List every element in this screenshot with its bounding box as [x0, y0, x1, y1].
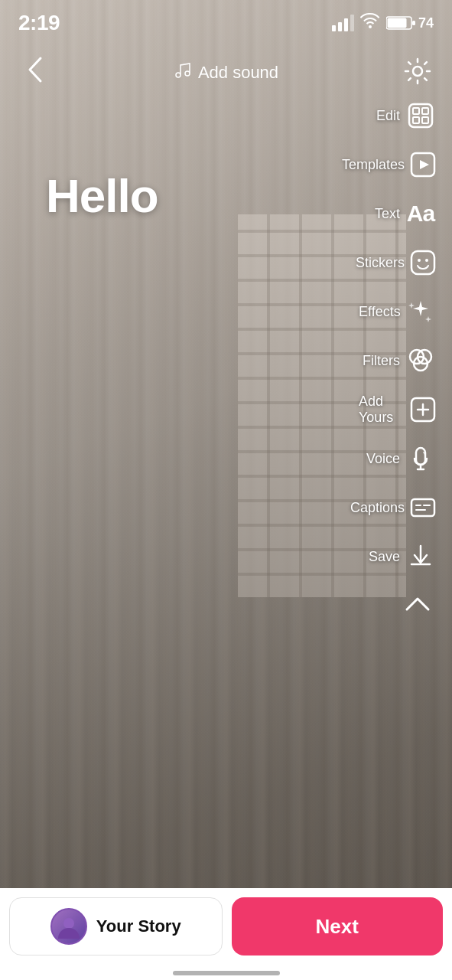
- settings-button[interactable]: [398, 54, 437, 92]
- music-note-icon: [174, 61, 192, 84]
- wifi-icon: [360, 13, 380, 33]
- text-icon: Aa: [405, 198, 437, 230]
- toolbar-item-save[interactable]: Save: [353, 533, 443, 580]
- status-icons: 74: [332, 13, 434, 33]
- svg-rect-5: [413, 108, 419, 114]
- svg-rect-2: [412, 21, 415, 25]
- battery-icon: 74: [386, 15, 434, 31]
- edit-label: Edit: [376, 108, 400, 124]
- toolbar-item-templates[interactable]: Templates: [353, 141, 443, 188]
- addyours-label: Add Yours: [359, 394, 405, 426]
- svg-rect-6: [422, 108, 428, 114]
- your-story-button[interactable]: Your Story: [9, 897, 223, 956]
- signal-icon: [332, 15, 354, 31]
- templates-icon: [409, 149, 437, 181]
- toolbar-item-stickers[interactable]: Stickers: [353, 239, 443, 286]
- collapse-button[interactable]: [398, 585, 437, 623]
- captions-icon: [409, 492, 437, 524]
- save-label: Save: [369, 549, 400, 565]
- text-label: Text: [375, 206, 400, 222]
- bottom-bar: Your Story Next: [0, 888, 452, 980]
- toolbar-item-filters[interactable]: Filters: [353, 337, 443, 384]
- svg-point-18: [63, 918, 74, 929]
- toolbar-item-text[interactable]: Text Aa: [353, 190, 443, 237]
- svg-rect-17: [411, 499, 434, 516]
- stickers-icon: [409, 247, 437, 279]
- filters-label: Filters: [363, 353, 400, 369]
- svg-rect-1: [387, 18, 406, 28]
- voice-label: Voice: [366, 451, 400, 467]
- svg-point-11: [418, 259, 421, 262]
- filters-icon: [405, 345, 437, 377]
- next-button[interactable]: Next: [232, 897, 444, 956]
- voice-icon: [405, 443, 437, 475]
- svg-rect-8: [422, 117, 428, 123]
- effects-label: Effects: [359, 304, 401, 320]
- templates-label: Templates: [342, 157, 405, 173]
- avatar: [50, 908, 87, 945]
- effects-icon: [405, 296, 437, 328]
- edit-icon: [405, 100, 437, 132]
- toolbar-item-addyours[interactable]: Add Yours: [353, 386, 443, 433]
- svg-rect-10: [411, 251, 434, 274]
- save-icon: [405, 541, 437, 573]
- next-label: Next: [316, 915, 359, 939]
- svg-point-12: [425, 259, 428, 262]
- back-arrow-icon: [25, 55, 44, 90]
- right-toolbar: Edit Templates Text Aa Stickers: [353, 92, 452, 623]
- toolbar-item-edit[interactable]: Edit: [353, 92, 443, 139]
- your-story-label: Your Story: [96, 916, 181, 936]
- stickers-label: Stickers: [356, 255, 405, 271]
- home-indicator: [173, 971, 280, 975]
- toolbar-item-effects[interactable]: Effects: [353, 288, 443, 335]
- story-text-hello: Hello: [46, 168, 158, 223]
- toolbar-item-voice[interactable]: Voice: [353, 435, 443, 482]
- svg-point-3: [413, 67, 422, 76]
- svg-rect-7: [413, 117, 419, 123]
- toolbar-item-captions[interactable]: Captions: [353, 484, 443, 531]
- status-bar: 2:19 74: [0, 0, 452, 46]
- add-sound-label: Add sound: [198, 63, 278, 83]
- back-button[interactable]: [15, 54, 54, 92]
- gear-icon: [404, 57, 431, 88]
- addyours-icon: [409, 394, 437, 426]
- captions-label: Captions: [350, 500, 405, 516]
- status-time: 2:19: [18, 11, 60, 35]
- add-sound-button[interactable]: Add sound: [174, 61, 278, 84]
